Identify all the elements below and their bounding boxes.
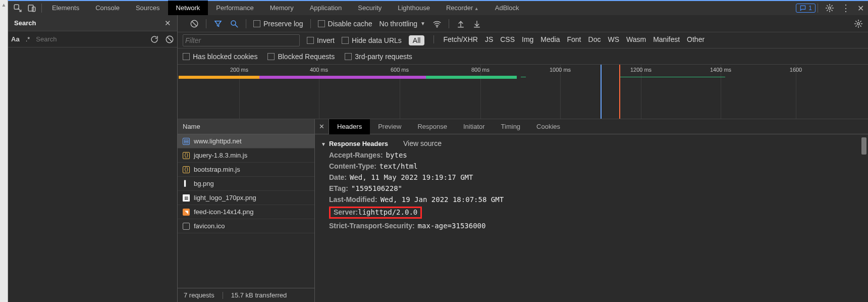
name-column-header[interactable]: Name <box>178 119 314 134</box>
type-filter-doc[interactable]: Doc <box>588 35 601 45</box>
timeline-tick: 1000 ms <box>550 67 571 73</box>
type-filter-css[interactable]: CSS <box>500 35 515 45</box>
tab-performance[interactable]: Performance <box>208 1 261 16</box>
filter-input[interactable] <box>183 35 299 46</box>
blocked-requests-checkbox[interactable]: Blocked Requests <box>267 53 335 60</box>
close-devtools-icon[interactable]: ✕ <box>857 4 864 13</box>
header-name: Accept-Ranges: <box>329 151 383 159</box>
invert-checkbox[interactable]: Invert <box>307 37 335 44</box>
tab-sources[interactable]: Sources <box>128 1 168 16</box>
resource-type-filter: AllFetch/XHRJSCSSImgMediaFontDocWSWasmMa… <box>409 35 704 45</box>
detail-tab-preview[interactable]: Preview <box>370 119 409 134</box>
tab-lighthouse[interactable]: Lighthouse <box>390 1 438 16</box>
request-row[interactable]: ▤www.lighttpd.net <box>178 134 314 148</box>
has-blocked-cookies-label: Has blocked cookies <box>193 53 257 60</box>
type-filter-ws[interactable]: WS <box>608 35 619 45</box>
blocked-requests-label: Blocked Requests <box>278 53 335 60</box>
tab-recorder[interactable]: Recorder ▲ <box>438 1 487 16</box>
disable-cache-checkbox[interactable]: Disable cache <box>318 20 372 27</box>
throttling-select[interactable]: No throttling▼ <box>379 20 425 27</box>
view-source-link[interactable]: View source <box>403 139 442 147</box>
close-search-panel-icon[interactable]: ✕ <box>165 19 171 28</box>
refresh-search-icon[interactable] <box>150 35 159 44</box>
request-name: bg.png <box>194 180 214 187</box>
search-filter-row: Aa .* <box>8 31 177 47</box>
type-filter-font[interactable]: Font <box>567 35 581 45</box>
kebab-menu-icon[interactable]: ⋮ <box>841 3 850 14</box>
timeline-tick: 800 ms <box>471 67 490 73</box>
type-filter-manifest[interactable]: Manifest <box>653 35 680 45</box>
type-filter-js[interactable]: JS <box>485 35 493 45</box>
has-blocked-cookies-checkbox[interactable]: Has blocked cookies <box>183 53 257 60</box>
type-filter-other[interactable]: Other <box>687 35 704 45</box>
close-details-icon[interactable]: ✕ <box>315 119 329 134</box>
request-row[interactable]: ▍bg.png <box>178 177 314 191</box>
header-name: Content-Type: <box>329 162 376 170</box>
regex-icon[interactable]: .* <box>26 35 30 43</box>
messages-badge[interactable]: 1 <box>796 4 816 13</box>
svg-rect-1 <box>28 5 33 11</box>
request-row[interactable]: favicon.ico <box>178 219 314 233</box>
detail-tab-cookies[interactable]: Cookies <box>528 119 568 134</box>
preserve-log-checkbox[interactable]: Preserve log <box>253 20 303 27</box>
separator <box>41 4 42 13</box>
disable-cache-label: Disable cache <box>328 20 372 27</box>
detail-tab-initiator[interactable]: Initiator <box>455 119 493 134</box>
detail-tab-response[interactable]: Response <box>409 119 455 134</box>
svg-point-10 <box>437 26 438 27</box>
ico-file-icon <box>183 223 190 230</box>
status-transferred: 15.7 kB transferred <box>231 291 287 299</box>
download-har-icon[interactable] <box>472 19 481 28</box>
invert-label: Invert <box>317 37 335 44</box>
hide-data-urls-checkbox[interactable]: Hide data URLs <box>342 37 402 44</box>
type-filter-img[interactable]: Img <box>522 35 533 45</box>
request-row[interactable]: ⟨⟩jquery-1.8.3.min.js <box>178 148 314 163</box>
svg-line-9 <box>235 25 238 27</box>
settings-icon[interactable] <box>825 4 834 13</box>
type-filter-fetch-xhr[interactable]: Fetch/XHR <box>443 35 477 45</box>
disclosure-triangle-icon[interactable]: ▼ <box>321 141 326 147</box>
third-party-checkbox[interactable]: 3rd-party requests <box>345 53 412 60</box>
clear-search-icon[interactable] <box>165 35 174 44</box>
throttling-label: No throttling <box>379 20 417 27</box>
tab-memory[interactable]: Memory <box>262 1 302 16</box>
type-filter-all[interactable]: All <box>409 35 425 45</box>
inspect-element-icon[interactable] <box>13 4 22 13</box>
search-icon[interactable] <box>230 19 239 28</box>
header-row: Date:Wed, 11 May 2022 19:19:17 GMT <box>315 172 868 183</box>
detail-tab-timing[interactable]: Timing <box>493 119 529 134</box>
request-name: feed-icon-14x14.png <box>194 208 254 216</box>
tab-application[interactable]: Application <box>302 1 350 16</box>
network-settings-icon[interactable] <box>854 19 863 28</box>
filter-toggle-icon[interactable] <box>213 19 223 28</box>
request-row[interactable]: ◥feed-icon-14x14.png <box>178 205 314 219</box>
upload-har-icon[interactable] <box>456 19 465 28</box>
type-filter-wasm[interactable]: Wasm <box>626 35 646 45</box>
scrollbar-thumb[interactable] <box>861 137 866 155</box>
type-filter-media[interactable]: Media <box>540 35 560 45</box>
header-row: Server: lighttpd/2.0.0 <box>315 205 868 220</box>
svg-point-13 <box>857 22 860 25</box>
toggle-device-toolbar-icon[interactable] <box>27 4 36 13</box>
timeline-tick: 1600 <box>790 67 802 73</box>
tab-adblock[interactable]: AdBlock <box>487 1 527 16</box>
search-input[interactable] <box>36 34 144 45</box>
tab-elements[interactable]: Elements <box>44 1 87 16</box>
separator <box>223 292 223 299</box>
network-timeline[interactable]: 200 ms400 ms600 ms800 ms1000 ms1200 ms14… <box>178 65 868 119</box>
tab-console[interactable]: Console <box>87 1 128 16</box>
detail-tab-headers[interactable]: Headers <box>329 119 370 134</box>
request-row[interactable]: ▦light_logo_170px.png <box>178 191 314 205</box>
header-row: ETag:"1595106228" <box>315 183 868 194</box>
separator <box>818 4 818 13</box>
request-row[interactable]: ⟨⟩bootstrap.min.js <box>178 163 314 177</box>
tab-network[interactable]: Network <box>168 1 208 16</box>
response-headers-title: Response Headers <box>329 140 388 147</box>
match-case-icon[interactable]: Aa <box>11 35 20 43</box>
tab-security[interactable]: Security <box>350 1 390 16</box>
network-conditions-icon[interactable] <box>432 19 442 28</box>
scroll-up-icon: ▲ <box>2 2 7 8</box>
clear-log-icon[interactable] <box>190 19 199 28</box>
hide-data-urls-label: Hide data URLs <box>352 37 402 44</box>
extra-filters: Has blocked cookies Blocked Requests 3rd… <box>178 48 868 65</box>
